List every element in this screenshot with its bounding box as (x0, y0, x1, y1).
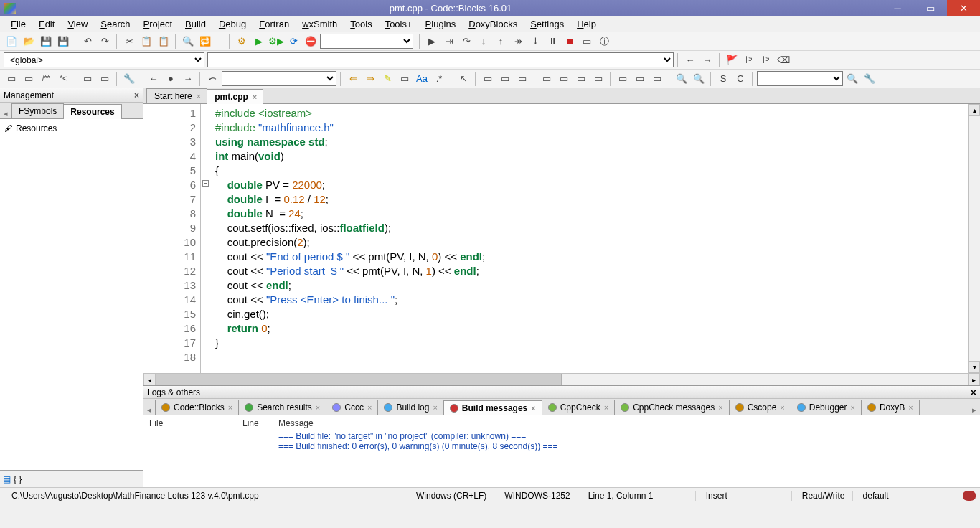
find-icon[interactable]: 🔍 (180, 34, 196, 50)
scroll-down-icon[interactable]: ▾ (969, 361, 980, 373)
open-file-icon[interactable]: 📂 (21, 34, 37, 50)
doxy-html-icon[interactable]: ▭ (97, 71, 113, 87)
close-button[interactable]: ✕ (947, 0, 980, 16)
replace-icon[interactable]: 🔁 (197, 34, 213, 50)
next-instr-icon[interactable]: ↠ (510, 34, 526, 50)
tab-resources[interactable]: Resources (63, 104, 121, 119)
fold-box-icon[interactable]: − (202, 180, 209, 187)
info-icon[interactable]: ⓘ (596, 34, 612, 50)
box6-icon[interactable]: ▭ (573, 71, 589, 87)
save-icon[interactable]: 💾 (38, 34, 54, 50)
box1-icon[interactable]: ▭ (480, 71, 496, 87)
abort-icon[interactable]: ⛔ (303, 34, 319, 50)
log-tab-build-messages[interactable]: Build messages× (443, 400, 542, 415)
box10-icon[interactable]: ▭ (649, 71, 665, 87)
scroll-right-icon[interactable]: ▸ (968, 374, 980, 385)
break-icon[interactable]: ⏸ (545, 34, 560, 50)
prev-bookmark-icon[interactable]: ← (682, 52, 698, 68)
symbol-combo[interactable] (207, 52, 674, 67)
editor-tab-pmt-cpp[interactable]: pmt.cpp× (207, 89, 263, 104)
bookmark-next-icon[interactable]: 🏳 (758, 52, 774, 68)
maximize-button[interactable]: ▭ (914, 0, 947, 16)
prev-func-icon[interactable]: ⇐ (345, 71, 361, 87)
horizontal-scrollbar[interactable]: ◂ ▸ (143, 373, 980, 385)
box4-icon[interactable]: ▭ (539, 71, 555, 87)
log-tab-cccc[interactable]: Cccc× (326, 400, 378, 415)
tab-close-icon[interactable]: × (908, 403, 913, 412)
log-tab-cscope[interactable]: Cscope× (729, 400, 791, 415)
log-tab-cppcheck-messages[interactable]: CppCheck messages× (614, 400, 730, 415)
fold-margin[interactable]: − (201, 104, 212, 373)
menu-edit[interactable]: Edit (32, 17, 61, 31)
tab-fsymbols[interactable]: FSymbols (11, 103, 64, 118)
scroll-up-icon[interactable]: ▴ (969, 104, 980, 116)
code-editor[interactable]: 123456789101112131415161718 − #include <… (143, 104, 980, 373)
rebuild-icon[interactable]: ⟳ (286, 34, 301, 50)
menu-project[interactable]: Project (137, 17, 179, 31)
tab-close-icon[interactable]: × (531, 404, 535, 412)
tab-close-icon[interactable]: × (197, 92, 201, 100)
bookmark-clear-icon[interactable]: ⌫ (776, 52, 791, 68)
run-to-cursor-icon[interactable]: ⇥ (441, 34, 457, 50)
debug-run-icon[interactable]: ▶ (424, 34, 440, 50)
log-tab-doxyb[interactable]: DoxyB× (861, 400, 920, 415)
logs-body[interactable]: File Line Message === Build file: "no ta… (143, 415, 980, 487)
zoom-out-icon[interactable]: 🔍 (691, 71, 707, 87)
tab-nav-left-icon[interactable]: ◂ (0, 109, 11, 118)
menu-view[interactable]: View (61, 17, 94, 31)
nav-dot-icon[interactable]: ● (163, 71, 179, 87)
save-all-icon[interactable]: 💾 (55, 34, 71, 50)
menu-fortran[interactable]: Fortran (253, 17, 296, 31)
s-icon[interactable]: S (715, 71, 731, 87)
tab-close-icon[interactable]: × (780, 403, 784, 412)
comment-block-icon[interactable]: /** (38, 71, 54, 87)
copy-icon[interactable]: 📋 (138, 34, 154, 50)
menu-debug[interactable]: Debug (212, 17, 253, 31)
menu-tools[interactable]: Tools (344, 17, 378, 31)
build-run-icon[interactable]: ⚙▶ (268, 34, 284, 50)
next-line-icon[interactable]: ↷ (458, 34, 474, 50)
new-file-icon[interactable]: 📄 (4, 34, 19, 50)
box5-icon[interactable]: ▭ (556, 71, 572, 87)
arrow-icon[interactable]: ↖ (456, 71, 471, 87)
scrollbar-thumb[interactable] (156, 374, 562, 385)
comment-line-icon[interactable]: *< (55, 71, 71, 87)
bookmark-red-icon[interactable]: 🚩 (724, 52, 740, 68)
editor-tab-start-here[interactable]: Start here× (146, 88, 207, 103)
c-icon[interactable]: C (732, 71, 748, 87)
bookmark-prev-icon[interactable]: 🏳 (741, 52, 757, 68)
tab-close-icon[interactable]: × (228, 403, 232, 412)
logs-close-icon[interactable]: × (971, 387, 976, 398)
undo-icon[interactable]: ↶ (80, 34, 95, 50)
box9-icon[interactable]: ▭ (632, 71, 648, 87)
menu-search[interactable]: Search (94, 17, 136, 31)
next-func-icon[interactable]: ⇒ (362, 71, 378, 87)
tab-close-icon[interactable]: × (850, 403, 854, 412)
menu-wxsmith[interactable]: wxSmith (296, 17, 344, 31)
jump-combo[interactable] (222, 71, 336, 86)
log-tab-nav-right-icon[interactable]: ▸ (969, 405, 980, 415)
step-into-icon[interactable]: ↓ (476, 34, 491, 50)
doxy-2-icon[interactable]: ▭ (21, 71, 37, 87)
last-jump-icon[interactable]: ⤺ (204, 71, 220, 87)
tab-close-icon[interactable]: × (604, 403, 608, 412)
doxy-gen-icon[interactable]: 🔧 (121, 71, 137, 87)
search-opt-icon[interactable]: 🔧 (862, 71, 877, 87)
log-tab-search-results[interactable]: Search results× (238, 400, 326, 415)
search-go-icon[interactable]: 🔍 (844, 71, 860, 87)
nav-back-icon[interactable]: ← (146, 71, 161, 87)
bug-icon[interactable] (963, 491, 976, 501)
redo-icon[interactable]: ↷ (97, 34, 113, 50)
list-icon[interactable]: ▤ (3, 474, 11, 484)
tab-close-icon[interactable]: × (433, 403, 437, 412)
minimize-button[interactable]: ─ (881, 0, 914, 16)
tree-root-item[interactable]: 🖋 Resources (3, 122, 140, 135)
doxy-run-icon[interactable]: ▭ (80, 71, 95, 87)
code-content[interactable]: #include <iostream>#include "mathfinance… (212, 104, 980, 373)
log-tab-cppcheck[interactable]: CppCheck× (542, 400, 615, 415)
box8-icon[interactable]: ▭ (615, 71, 631, 87)
nav-fwd-icon[interactable]: → (180, 71, 196, 87)
log-tab-code-blocks[interactable]: Code::Blocks× (155, 400, 239, 415)
menu-plugins[interactable]: Plugins (419, 17, 463, 31)
menu-tools+[interactable]: Tools+ (379, 17, 419, 31)
